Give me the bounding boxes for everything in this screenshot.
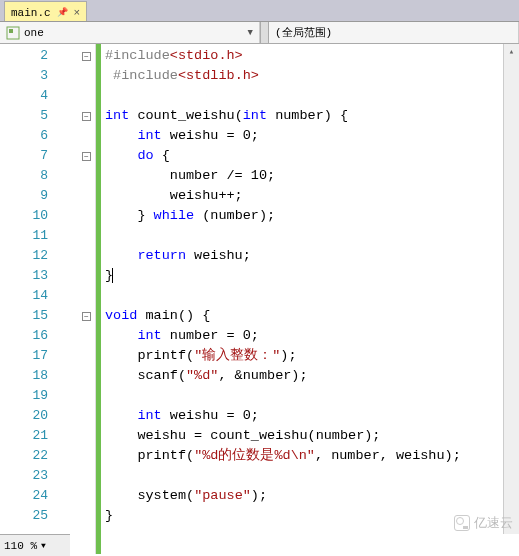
line-number: 15 (0, 306, 78, 326)
text-cursor (112, 268, 113, 283)
zoom-control[interactable]: 110 % ▼ (0, 534, 70, 556)
scope-dropdown-left[interactable]: one ▼ (0, 22, 260, 43)
fold-toggle[interactable]: − (82, 112, 91, 121)
code-line: printf("输入整数："); (105, 346, 519, 366)
code-line: int number = 0; (105, 326, 519, 346)
tab-filename: main.c (11, 7, 51, 19)
vertical-scrollbar[interactable]: ▴ (503, 44, 519, 534)
splitter-grip[interactable] (260, 22, 269, 43)
watermark-icon (454, 515, 470, 531)
line-number: 22 (0, 446, 78, 466)
line-number: 25 (0, 506, 78, 526)
pin-icon[interactable]: 📌 (57, 7, 68, 18)
code-line: weishu = count_weishu(number); (105, 426, 519, 446)
fold-column: − − − − (78, 44, 96, 554)
code-line: void main() { (105, 306, 519, 326)
line-number: 5 (0, 106, 78, 126)
code-line: number /= 10; (105, 166, 519, 186)
line-number: 8 (0, 166, 78, 186)
line-number: 2 (0, 46, 78, 66)
code-line: int count_weishu(int number) { (105, 106, 519, 126)
line-number: 13 (0, 266, 78, 286)
fold-toggle[interactable]: − (82, 152, 91, 161)
code-line: return weishu; (105, 246, 519, 266)
code-line: printf("%d的位数是%d\n", number, weishu); (105, 446, 519, 466)
code-line: } (105, 266, 519, 286)
code-line: do { (105, 146, 519, 166)
watermark: 亿速云 (454, 514, 513, 532)
tab-bar: main.c 📌 × (0, 0, 519, 22)
line-number: 7 (0, 146, 78, 166)
code-line (105, 386, 519, 406)
fold-toggle[interactable]: − (82, 52, 91, 61)
line-number: 19 (0, 386, 78, 406)
code-line (105, 466, 519, 486)
scope-icon (6, 26, 20, 40)
line-number: 23 (0, 466, 78, 486)
line-number: 4 (0, 86, 78, 106)
line-number: 3 (0, 66, 78, 86)
line-number: 20 (0, 406, 78, 426)
code-line: } while (number); (105, 206, 519, 226)
navigation-bar: one ▼ (全局范围) (0, 22, 519, 44)
line-number: 18 (0, 366, 78, 386)
code-line: #include<stdlib.h> (105, 66, 519, 86)
code-line: int weishu = 0; (105, 126, 519, 146)
line-number: 21 (0, 426, 78, 446)
code-editor[interactable]: 2 3 4 5 6 7 8 9 10 11 12 13 14 15 16 17 … (0, 44, 519, 554)
code-line (105, 86, 519, 106)
line-number: 9 (0, 186, 78, 206)
code-line: #include<stdio.h> (105, 46, 519, 66)
file-tab-main-c[interactable]: main.c 📌 × (4, 1, 87, 21)
svg-rect-1 (9, 29, 13, 33)
code-line (105, 226, 519, 246)
code-line: system("pause"); (105, 486, 519, 506)
zoom-level: 110 % (4, 540, 37, 552)
code-area[interactable]: #include<stdio.h> #include<stdlib.h> int… (101, 44, 519, 554)
scroll-up-icon[interactable]: ▴ (504, 44, 519, 60)
line-number-gutter: 2 3 4 5 6 7 8 9 10 11 12 13 14 15 16 17 … (0, 44, 78, 554)
code-line: weishu++; (105, 186, 519, 206)
line-number: 17 (0, 346, 78, 366)
line-number: 14 (0, 286, 78, 306)
code-line (105, 286, 519, 306)
code-line: scanf("%d", &number); (105, 366, 519, 386)
line-number: 12 (0, 246, 78, 266)
chevron-down-icon: ▼ (41, 541, 46, 550)
scope-right-label: (全局范围) (275, 25, 332, 40)
fold-toggle[interactable]: − (82, 312, 91, 321)
scope-dropdown-right[interactable]: (全局范围) (269, 22, 519, 43)
close-icon[interactable]: × (74, 7, 81, 19)
line-number: 11 (0, 226, 78, 246)
line-number: 16 (0, 326, 78, 346)
scope-left-label: one (24, 27, 44, 39)
line-number: 24 (0, 486, 78, 506)
chevron-down-icon: ▼ (248, 28, 253, 38)
code-line: int weishu = 0; (105, 406, 519, 426)
line-number: 10 (0, 206, 78, 226)
watermark-text: 亿速云 (474, 514, 513, 532)
line-number: 6 (0, 126, 78, 146)
